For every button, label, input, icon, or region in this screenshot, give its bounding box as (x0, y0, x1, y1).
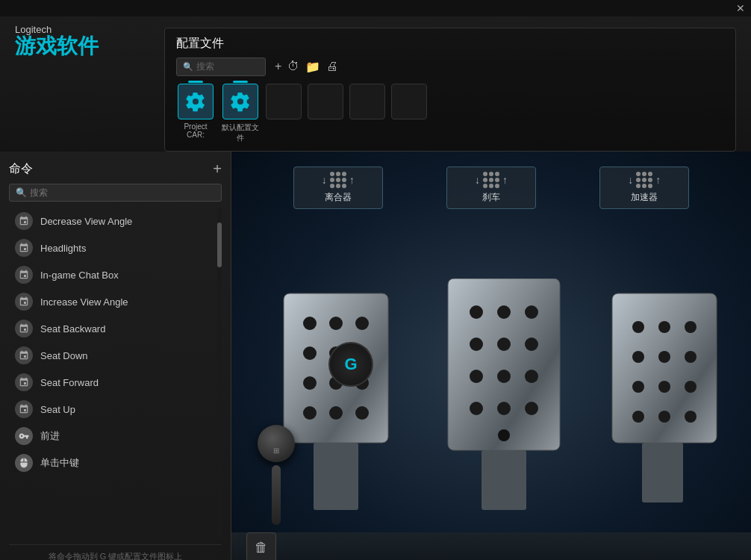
g-logo-text: G (344, 355, 357, 374)
logo-area: Logitech 游戏软件 (15, 24, 149, 58)
accel-arrow-up-icon: ↑ (655, 174, 661, 186)
command-icon-increase-view-angle (15, 293, 33, 311)
arrow-down-icon: ↓ (322, 174, 327, 186)
svg-point-40 (658, 411, 670, 423)
svg-point-3 (355, 317, 369, 330)
profile-icon-2[interactable] (222, 84, 258, 119)
command-icon-seat-forward (15, 373, 33, 391)
command-item-middle-click[interactable]: 单击中键 (9, 449, 214, 476)
svg-point-17 (525, 305, 538, 319)
gamepad-icon-5 (19, 323, 29, 334)
svg-rect-28 (482, 450, 526, 510)
title-bar: ✕ (0, 0, 751, 16)
accel-arrows: ↓ ↑ (628, 172, 661, 188)
svg-point-32 (685, 321, 697, 333)
scroll-thumb[interactable] (217, 223, 222, 267)
commands-search-input[interactable] (30, 187, 215, 198)
accel-arrow-down-icon: ↓ (628, 174, 633, 186)
right-panel: ↓ ↑ 离合器 ↓ (231, 152, 751, 560)
command-icon-ingame-chat (15, 266, 33, 284)
command-icon-seat-backward (15, 320, 33, 337)
command-label-middle-click: 单击中键 (40, 456, 79, 470)
command-icon-headlights (15, 239, 33, 257)
recent-profiles-button[interactable]: ⏱ (287, 60, 299, 74)
delete-button[interactable]: 🗑 (246, 532, 276, 560)
command-item-ingame-chat[interactable]: In-game Chat Box (9, 261, 214, 288)
profile-search-box[interactable]: 🔍 搜索 (176, 57, 266, 76)
profile-label-1: Project CAR: (176, 122, 215, 139)
platform-base (231, 532, 751, 560)
close-button[interactable]: ✕ (736, 2, 745, 14)
scroll-track[interactable] (217, 208, 222, 538)
profile-toolbar: 🔍 搜索 + ⏱ 📁 🖨 (176, 57, 724, 76)
svg-point-38 (685, 381, 697, 393)
svg-point-31 (658, 321, 670, 333)
command-item-seat-down[interactable]: Seat Down (9, 342, 214, 369)
header: Logitech 游戏软件 配置文件 🔍 搜索 + ⏱ 📁 🖨 (0, 16, 751, 152)
command-icon-middle-click (15, 454, 33, 472)
clutch-dot-grid (330, 172, 346, 188)
svg-point-27 (498, 429, 510, 441)
command-item-forward[interactable]: 前进 (9, 423, 214, 449)
accel-label-box: ↓ ↑ 加速器 (599, 167, 689, 209)
print-profile-button[interactable]: 🖨 (326, 60, 338, 74)
pedal-labels: ↓ ↑ 离合器 ↓ (231, 167, 751, 209)
svg-point-24 (470, 402, 483, 415)
svg-rect-14 (448, 279, 560, 450)
profile-icon-4[interactable] (308, 84, 343, 119)
svg-point-16 (497, 305, 511, 319)
profile-section: 配置文件 🔍 搜索 + ⏱ 📁 🖨 Project CAR: (164, 28, 736, 152)
drag-hint: 将命令拖动到 G 键或配置文件图标上 (9, 544, 222, 560)
command-item-seat-forward[interactable]: Seat Forward (9, 369, 214, 396)
command-icon-decrease-view-angle (15, 212, 33, 230)
svg-point-35 (685, 351, 697, 363)
command-label-ingame-chat: In-game Chat Box (40, 270, 119, 281)
commands-list: Decrease View Angle Headlights In-game C… (9, 208, 214, 538)
profile-icon-5[interactable] (349, 84, 385, 119)
main-area: 命令 + 🔍 Decrease View Angle Headligh (0, 152, 751, 560)
gear-shifter-area: ⊞ (246, 376, 306, 525)
profile-icon-1[interactable] (178, 84, 214, 119)
command-item-seat-up[interactable]: Seat Up (9, 396, 214, 423)
brake-arrow-up-icon: ↑ (502, 174, 508, 186)
open-profile-button[interactable]: 📁 (305, 60, 320, 74)
accel-dot-grid (636, 172, 652, 188)
brake-arrows: ↓ ↑ (475, 172, 508, 188)
command-item-decrease-view-angle[interactable]: Decrease View Angle (9, 208, 214, 234)
profile-icon-6[interactable] (391, 84, 427, 119)
svg-point-41 (685, 411, 697, 423)
svg-point-20 (525, 337, 538, 351)
svg-point-18 (470, 337, 483, 351)
commands-search-box[interactable]: 🔍 (9, 184, 222, 202)
left-panel: 命令 + 🔍 Decrease View Angle Headligh (0, 152, 231, 560)
command-item-increase-view-angle[interactable]: Increase View Angle (9, 288, 214, 315)
gear-icon-2 (230, 91, 251, 112)
svg-point-26 (525, 402, 538, 415)
gamepad-icon-2 (19, 243, 29, 253)
search-icon: 🔍 (16, 187, 27, 198)
command-item-headlights[interactable]: Headlights (9, 234, 214, 261)
svg-point-4 (303, 346, 317, 360)
accel-pedal (612, 293, 717, 503)
command-item-seat-backward[interactable]: Seat Backward (9, 315, 214, 342)
command-icon-seat-up (15, 400, 33, 418)
command-label-headlights: Headlights (40, 243, 86, 254)
svg-point-30 (632, 321, 644, 333)
gamepad-icon-8 (19, 404, 29, 414)
add-command-button[interactable]: + (213, 161, 222, 178)
svg-point-11 (329, 406, 343, 420)
svg-rect-13 (314, 443, 358, 510)
profile-icon-3[interactable] (266, 84, 302, 119)
gear-shaft (272, 465, 281, 525)
add-profile-button[interactable]: + (275, 60, 281, 74)
profile-label-2: 默认配置文件 (221, 122, 260, 143)
gamepad-icon-6 (19, 350, 29, 361)
gamepad-icon-1 (19, 216, 29, 226)
svg-point-25 (497, 402, 511, 415)
profile-item-6 (391, 84, 427, 143)
clutch-label: 离合器 (325, 191, 352, 204)
g-logo-button[interactable]: G (328, 342, 373, 387)
command-label-increase-view-angle: Increase View Angle (40, 296, 128, 308)
profile-title: 配置文件 (176, 36, 724, 52)
svg-point-33 (632, 351, 644, 363)
